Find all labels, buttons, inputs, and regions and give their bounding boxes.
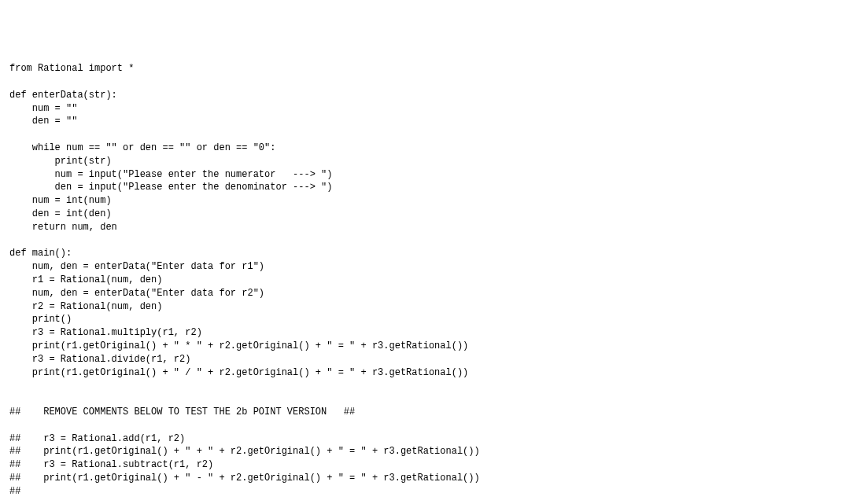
code-line: ## (9, 485, 851, 498)
code-line: num, den = enterData("Enter data for r1"… (9, 260, 851, 274)
code-line: r1 = Rational(num, den) (9, 274, 851, 287)
code-line: print() (9, 313, 851, 326)
code-line (9, 392, 851, 406)
code-line: print(r1.getOriginal() + " * " + r2.getO… (9, 340, 851, 353)
code-line: return num, den (9, 221, 851, 234)
code-line: ## r3 = Rational.subtract(r1, r2) (9, 458, 851, 472)
code-line: den = "" (9, 115, 851, 128)
code-line: r3 = Rational.divide(r1, r2) (9, 353, 851, 366)
code-line: while num == "" or den == "" or den == "… (9, 142, 851, 155)
code-line: def main(): (9, 247, 851, 260)
code-line (9, 498, 851, 504)
code-line: ## r3 = Rational.add(r1, r2) (9, 432, 851, 446)
code-block: from Rational import * def enterData(str… (9, 62, 851, 504)
code-line: from Rational import * (9, 62, 851, 75)
code-line: ## print(r1.getOriginal() + " + " + r2.g… (9, 445, 851, 458)
code-line: r3 = Rational.multiply(r1, r2) (9, 326, 851, 340)
code-line: num = input("Please enter the numerator … (9, 168, 851, 182)
code-line: print(str) (9, 155, 851, 168)
code-line (9, 75, 851, 89)
code-line (9, 128, 851, 142)
code-line: print(r1.getOriginal() + " / " + r2.getO… (9, 366, 851, 380)
code-line: den = input("Please enter the denominato… (9, 181, 851, 194)
code-line: ## print(r1.getOriginal() + " - " + r2.g… (9, 472, 851, 485)
code-line: ## REMOVE COMMENTS BELOW TO TEST THE 2b … (9, 406, 851, 419)
code-line: r2 = Rational(num, den) (9, 300, 851, 314)
code-line (9, 234, 851, 248)
code-line: num, den = enterData("Enter data for r2"… (9, 287, 851, 300)
code-line: def enterData(str): (9, 89, 851, 102)
code-line: den = int(den) (9, 208, 851, 221)
code-line (9, 379, 851, 392)
code-line (9, 419, 851, 432)
code-line: num = "" (9, 102, 851, 116)
code-line: num = int(num) (9, 194, 851, 208)
